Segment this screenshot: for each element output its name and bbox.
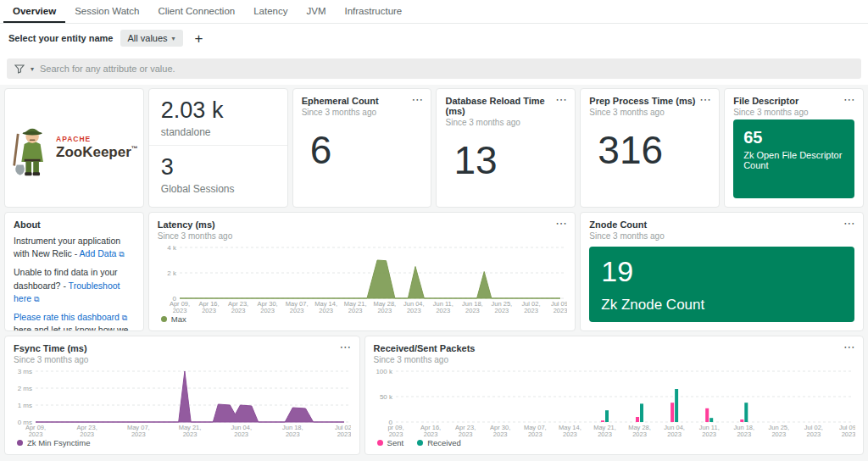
svg-text:Apr 09,2023: Apr 09,2023 xyxy=(170,300,190,314)
legend-label: Received xyxy=(427,438,461,447)
tab-client-connection[interactable]: Client Connection xyxy=(148,0,244,23)
standalone-label: standalone xyxy=(161,126,275,138)
svg-text:May 28,2023: May 28,2023 xyxy=(373,300,396,314)
legend-item-received[interactable]: Received xyxy=(417,438,461,447)
znode-status-panel[interactable]: 19 Zk Znode Count xyxy=(589,247,854,322)
card-prep-process-time: Prep Process Time (ms) Since 3 months ag… xyxy=(580,88,720,208)
svg-text:May 14,2023: May 14,2023 xyxy=(314,300,337,314)
card-znode-count: Znode Count Since 3 months ago ⋯ 19 Zk Z… xyxy=(580,212,864,331)
svg-text:2 ms: 2 ms xyxy=(18,385,32,392)
svg-text:4 k: 4 k xyxy=(167,244,177,252)
card-menu-button[interactable]: ⋯ xyxy=(555,216,568,230)
dashboard-tabs: Overview Session Watch Client Connection… xyxy=(0,0,868,24)
filter-funnel-icon[interactable] xyxy=(14,64,25,74)
card-menu-button[interactable]: ⋯ xyxy=(411,92,424,106)
svg-text:Jul 09,2023: Jul 09,2023 xyxy=(839,424,855,437)
about-title: About xyxy=(14,219,135,230)
tab-overview[interactable]: Overview xyxy=(3,0,65,23)
svg-text:50 k: 50 k xyxy=(379,393,392,401)
card-packets-chart: Received/Sent Packets Since 3 months ago… xyxy=(364,336,864,455)
tab-jvm[interactable]: JVM xyxy=(298,0,336,23)
card-since: Since 3 months ago xyxy=(589,231,854,241)
svg-text:Jun 04,2023: Jun 04,2023 xyxy=(664,424,685,437)
svg-text:Apr 16,2023: Apr 16,2023 xyxy=(198,300,219,314)
svg-text:May 21,2023: May 21,2023 xyxy=(344,300,367,314)
svg-text:Jul 09,2023: Jul 09,2023 xyxy=(551,300,567,314)
latency-legend: Max xyxy=(149,314,576,325)
svg-text:Jul 02,2023: Jul 02,2023 xyxy=(521,300,540,314)
card-menu-button[interactable]: ⋯ xyxy=(340,340,353,353)
card-ephemeral-count: Ephemeral Count Since 3 months ago ⋯ 6 xyxy=(292,88,432,208)
svg-text:2 k: 2 k xyxy=(167,269,177,277)
global-sessions-label: Global Sessions xyxy=(161,183,275,195)
svg-text:Jul 02,2023: Jul 02,2023 xyxy=(804,424,822,437)
svg-text:1 ms: 1 ms xyxy=(18,402,32,409)
packets-bar-chart[interactable]: 100 k50 k0pr 09,2023Apr 16,2023Apr 23,20… xyxy=(372,366,855,437)
svg-text:Jun 11,2023: Jun 11,2023 xyxy=(433,300,453,314)
svg-text:pr 09,2023: pr 09,2023 xyxy=(387,424,403,437)
svg-text:May 28,2023: May 28,2023 xyxy=(628,424,651,437)
tab-session-watch[interactable]: Session Watch xyxy=(65,0,148,23)
svg-text:Apr 16,2023: Apr 16,2023 xyxy=(420,424,441,437)
card-menu-button[interactable]: ⋯ xyxy=(843,92,856,106)
card-since: Since 3 months ago xyxy=(445,118,566,127)
zookeeper-brand: APACHE ZooKeeper™ xyxy=(56,135,138,161)
card-menu-button[interactable]: ⋯ xyxy=(843,340,856,353)
svg-text:3 ms: 3 ms xyxy=(18,368,32,375)
svg-text:100 k: 100 k xyxy=(376,368,393,375)
svg-text:Jun 04,2023: Jun 04,2023 xyxy=(231,424,252,437)
card-file-descriptor: File Descriptor Since 3 months ago ⋯ 65 … xyxy=(724,88,864,208)
legend-dot xyxy=(417,440,423,446)
card-since: Since 3 months ago xyxy=(733,108,854,117)
card-since: Since 3 months ago xyxy=(158,231,567,241)
card-latency-chart: Latency (ms) Since 3 months ago ⋯ 4 k2 k… xyxy=(148,212,576,331)
external-link-icon: ⧉ xyxy=(119,250,124,258)
latency-area-chart[interactable]: 4 k2 k0Apr 09,2023Apr 16,2023Apr 23,2023… xyxy=(156,242,567,314)
entity-selector-bar: Select your entity name All values ▾ + xyxy=(0,24,868,53)
rate-dashboard-link[interactable]: Please rate this dashboard xyxy=(14,312,120,322)
legend-label: Sent xyxy=(387,438,404,447)
card-menu-button[interactable]: ⋯ xyxy=(555,92,568,106)
tab-latency[interactable]: Latency xyxy=(244,0,297,23)
filter-row: ▾ xyxy=(0,53,868,85)
filter-chevron-down-icon[interactable]: ▾ xyxy=(31,65,34,73)
svg-text:Apr 09,2023: Apr 09,2023 xyxy=(25,424,46,437)
global-sessions-value: 3 xyxy=(161,154,275,181)
svg-text:Apr 30,2023: Apr 30,2023 xyxy=(490,424,510,437)
chevron-down-icon: ▾ xyxy=(172,35,175,42)
legend-dot xyxy=(17,440,23,446)
legend-item-max[interactable]: Max xyxy=(161,314,186,324)
svg-text:Apr 30,2023: Apr 30,2023 xyxy=(257,300,277,314)
card-menu-button[interactable]: ⋯ xyxy=(843,216,856,230)
svg-text:Jun 25,2023: Jun 25,2023 xyxy=(768,424,789,437)
card-menu-button[interactable]: ⋯ xyxy=(699,92,712,106)
card-title: Database Reload Time (ms) xyxy=(445,96,566,116)
card-server-summary: 2.03 k standalone 3 Global Sessions xyxy=(148,88,288,208)
card-title: Prep Process Time (ms) xyxy=(589,96,710,106)
znode-count-value: 19 xyxy=(601,255,843,288)
legend-item-fsynctime[interactable]: Zk Min Fsynctime xyxy=(17,438,90,447)
add-entity-filter-button[interactable]: + xyxy=(195,31,203,46)
packets-legend: Sent Received xyxy=(365,437,863,448)
about-body: Instrument your application with New Rel… xyxy=(5,230,143,331)
tab-infrastructure[interactable]: Infrastructure xyxy=(336,0,412,23)
attribute-search-bar[interactable]: ▾ xyxy=(7,58,861,79)
global-sessions-billboard: 3 Global Sessions xyxy=(149,146,287,202)
legend-item-sent[interactable]: Sent xyxy=(377,438,404,447)
fsync-area-chart[interactable]: 3 ms2 ms1 ms0 msApr 09,2023Apr 23,2023Ma… xyxy=(12,366,351,437)
card-zookeeper-logo: APACHE ZooKeeper™ xyxy=(4,88,144,208)
card-database-reload-time: Database Reload Time (ms) Since 3 months… xyxy=(436,88,576,208)
add-data-link[interactable]: Add Data xyxy=(80,248,117,258)
trademark-symbol: ™ xyxy=(131,145,138,153)
attribute-search-input[interactable] xyxy=(40,64,854,74)
file-descriptor-status-panel[interactable]: 65 Zk Open File Descriptor Count xyxy=(733,119,854,198)
database-reload-time-value: 13 xyxy=(437,127,575,182)
external-link-icon: ⧉ xyxy=(122,314,127,322)
card-fsync-time-chart: Fsync Time (ms) Since 3 months ago ⋯ 3 m… xyxy=(4,336,360,455)
zookeeper-brand-text: ZooKeeper™ xyxy=(56,144,138,161)
file-descriptor-label: Zk Open File Descriptor Count xyxy=(743,150,844,170)
entity-values-dropdown[interactable]: All values ▾ xyxy=(120,30,183,47)
card-about: About Instrument your application with N… xyxy=(4,212,144,331)
svg-text:Jun 25,2023: Jun 25,2023 xyxy=(491,300,512,314)
legend-label: Max xyxy=(171,314,186,324)
